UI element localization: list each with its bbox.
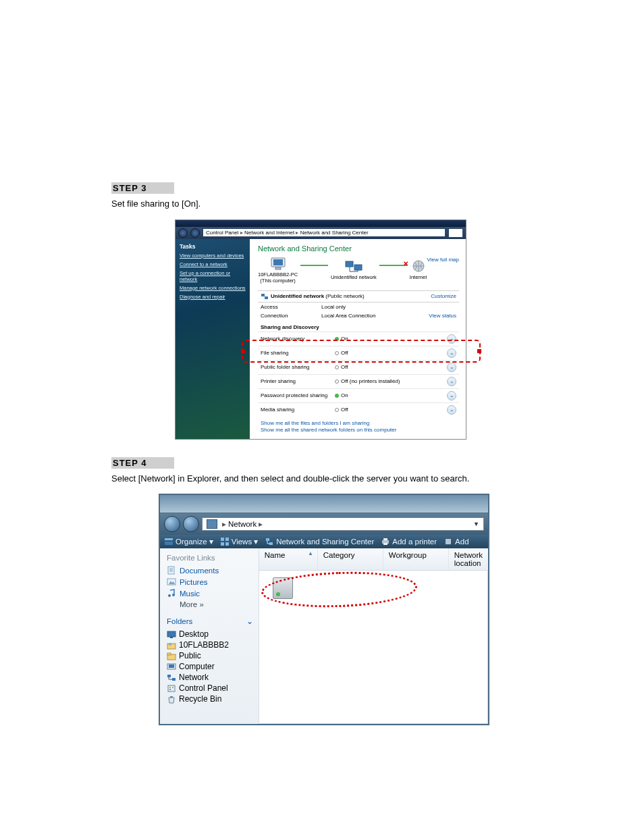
svg-rect-19 <box>446 539 451 544</box>
step-3-label: STEP 3 <box>111 182 174 194</box>
row-network-discovery[interactable]: Network discovery On ⌄ <box>258 332 459 346</box>
view-status-link[interactable]: View status <box>429 313 456 319</box>
expand-button[interactable]: ⌄ <box>447 363 456 372</box>
col-category[interactable]: Category <box>318 548 383 570</box>
col-network-location[interactable]: Network location <box>449 548 488 570</box>
expand-button[interactable]: ⌄ <box>447 405 456 415</box>
map-node-internet: Internet <box>410 259 427 280</box>
desktop-icon <box>167 630 176 639</box>
address-bar: ▸ Network ▸ ▼ <box>160 513 488 535</box>
fav-documents[interactable]: Documents <box>167 565 253 576</box>
row-password-protected-sharing[interactable]: Password protected sharing On ⌄ <box>258 388 459 402</box>
step-4-text: Select [Network] in Explorer, and then s… <box>111 473 533 485</box>
computer-icon <box>167 662 176 671</box>
task-link[interactable]: Manage network connections <box>180 285 246 291</box>
views-button[interactable]: Views ▾ <box>220 537 258 546</box>
expand-button[interactable]: ⌄ <box>447 334 456 344</box>
row-file-sharing[interactable]: File sharing Off ⌄ <box>258 346 459 360</box>
breadcrumb[interactable]: ▸ Network ▸ ▼ <box>202 517 484 531</box>
task-link[interactable]: Set up a connection or network <box>180 270 246 282</box>
add-button-truncated[interactable]: Add <box>444 537 468 546</box>
add-printer-button[interactable]: Add a printer <box>381 537 437 546</box>
forward-button[interactable] <box>190 228 200 238</box>
back-button[interactable] <box>164 516 180 532</box>
col-workgroup[interactable]: Workgroup <box>383 548 449 570</box>
svg-rect-9 <box>165 542 173 545</box>
organize-button[interactable]: Organize ▾ <box>164 537 213 546</box>
documents-icon <box>167 566 176 575</box>
row-printer-sharing[interactable]: Printer sharing Off (no printers install… <box>258 374 459 388</box>
page-title: Network and Sharing Center <box>258 244 459 253</box>
network-icon <box>207 519 217 529</box>
folders-header[interactable]: Folders ⌄ <box>167 617 253 626</box>
globe-icon <box>410 259 427 274</box>
breadcrumb-dropdown[interactable]: ▼ <box>473 521 479 527</box>
task-link[interactable]: View computers and devices <box>180 253 246 259</box>
network-sharing-center-button[interactable]: Network and Sharing Center <box>265 537 374 546</box>
tree-recycle-bin[interactable]: Recycle Bin <box>167 694 253 704</box>
column-headers: Name▲ Category Workgroup Network locatio… <box>259 548 488 571</box>
tree-user[interactable]: 10FLABBBB2 <box>167 640 253 650</box>
svg-rect-39 <box>170 696 173 698</box>
view-full-map-link[interactable]: View full map <box>427 257 459 263</box>
tree-control-panel[interactable]: Control Panel <box>167 683 253 694</box>
fav-music[interactable]: Music <box>167 588 253 599</box>
row-media-sharing[interactable]: Media sharing Off ⌄ <box>258 402 459 417</box>
network-icon <box>167 673 176 682</box>
row-public-folder-sharing[interactable]: Public folder sharing Off ⌄ <box>258 360 459 374</box>
toolbar: Organize ▾ Views ▾ Network and Sharing C… <box>160 535 488 548</box>
step-4-label: STEP 4 <box>111 457 174 469</box>
status-dot-off-icon <box>335 408 339 412</box>
svg-point-38 <box>169 689 171 690</box>
svg-rect-1 <box>273 259 283 265</box>
svg-rect-6 <box>261 294 265 296</box>
breadcrumb[interactable]: Control Panel Network and Internet Netwo… <box>203 228 446 237</box>
bottom-links: Show me all the files and folders I am s… <box>258 417 459 435</box>
sort-asc-icon: ▲ <box>308 550 313 556</box>
breadcrumb-item[interactable]: Network <box>228 520 257 528</box>
tree-network[interactable]: Network <box>167 672 253 683</box>
file-list: Name▲ Category Workgroup Network locatio… <box>259 548 488 724</box>
link-files-sharing[interactable]: Show me all the files and folders I am s… <box>261 420 456 426</box>
device-icon <box>444 537 453 546</box>
col-name[interactable]: Name▲ <box>259 548 318 570</box>
breadcrumb-item[interactable]: Network and Sharing Center <box>300 230 369 236</box>
status-dot-on-icon <box>335 394 339 398</box>
tree-public[interactable]: Public <box>167 650 253 661</box>
favorite-links-header: Favorite Links <box>167 554 253 562</box>
breadcrumb-item[interactable]: Control Panel <box>206 230 238 236</box>
svg-rect-32 <box>169 664 174 668</box>
views-icon <box>220 537 230 546</box>
fav-pictures[interactable]: Pictures <box>167 576 253 588</box>
customize-link[interactable]: Customize <box>431 293 456 299</box>
fav-more[interactable]: More » <box>167 599 253 610</box>
status-dot-off-icon <box>335 365 339 369</box>
svg-point-36 <box>169 687 171 688</box>
forward-button[interactable] <box>183 516 199 532</box>
breadcrumb-item[interactable]: Network and Internet <box>244 230 294 236</box>
link-shared-folders[interactable]: Show me all the shared network folders o… <box>261 427 456 433</box>
screenshot-explorer-network: ▸ Network ▸ ▼ Organize ▾ Views ▾ Network… <box>159 494 489 725</box>
svg-point-28 <box>169 643 171 646</box>
task-link[interactable]: Diagnose and repair <box>180 294 246 300</box>
svg-rect-3 <box>346 261 353 267</box>
folder-icon <box>167 652 176 660</box>
printer-icon <box>381 537 390 546</box>
tree-computer[interactable]: Computer <box>167 661 253 672</box>
control-panel-icon <box>167 684 176 693</box>
svg-rect-26 <box>170 637 173 638</box>
back-button[interactable] <box>178 228 188 238</box>
organize-icon <box>164 537 173 546</box>
chevron-down-icon: ⌄ <box>246 617 253 626</box>
computer-icon <box>269 257 287 271</box>
expand-button[interactable]: ⌄ <box>447 348 456 358</box>
svg-rect-30 <box>167 653 171 655</box>
expand-button[interactable]: ⌄ <box>447 377 456 386</box>
tasks-pane: Tasks View computers and devices Connect… <box>176 239 250 439</box>
task-link[interactable]: Connect to a network <box>180 261 246 267</box>
search-input[interactable] <box>448 228 463 238</box>
expand-button[interactable]: ⌄ <box>447 391 456 400</box>
tree-desktop[interactable]: Desktop <box>167 629 253 640</box>
address-bar: Control Panel Network and Internet Netwo… <box>176 227 466 239</box>
server-device-icon[interactable] <box>273 577 293 599</box>
